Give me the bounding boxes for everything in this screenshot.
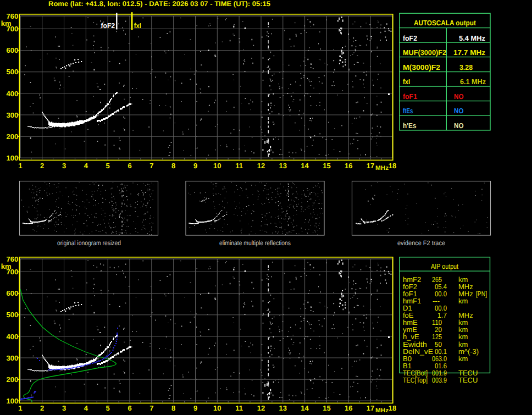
svg-text:NO: NO (454, 107, 464, 115)
svg-text:10: 10 (213, 404, 221, 412)
svg-text:500: 500 (6, 68, 18, 76)
svg-text:10: 10 (213, 162, 221, 170)
svg-text:3: 3 (62, 162, 66, 170)
svg-text:TECU: TECU (458, 376, 478, 384)
svg-text:300: 300 (6, 354, 18, 362)
svg-text:003.9: 003.9 (432, 376, 447, 384)
svg-text:8: 8 (171, 162, 175, 170)
svg-text:6: 6 (128, 162, 131, 170)
svg-text:11: 11 (235, 162, 243, 170)
svg-text:2: 2 (40, 404, 44, 412)
svg-text:h'Es: h'Es (403, 121, 417, 130)
svg-text:7: 7 (149, 404, 153, 412)
svg-text:500: 500 (6, 311, 18, 319)
svg-text:TEC[Top]: TEC[Top] (403, 376, 428, 384)
svg-text:100: 100 (6, 397, 18, 405)
svg-text:18: 18 (389, 162, 396, 170)
svg-text:7: 7 (149, 162, 153, 170)
svg-text:AUTOSCALA output: AUTOSCALA output (414, 19, 476, 27)
svg-text:fxI: fxI (134, 21, 141, 30)
svg-text:600: 600 (6, 289, 18, 297)
svg-text:9: 9 (193, 404, 197, 412)
svg-text:km: km (1, 262, 12, 270)
svg-text:eliminate multiple reflections: eliminate multiple reflections (219, 239, 291, 247)
svg-text:9: 9 (193, 162, 197, 170)
svg-text:NO: NO (454, 121, 464, 130)
svg-text:Rome (lat: +41.8, lon: 012.5): Rome (lat: +41.8, lon: 012.5) - DATE: 20… (48, 0, 270, 8)
svg-text:1: 1 (18, 162, 22, 170)
svg-text:17: 17 (367, 404, 374, 412)
svg-text:200: 200 (6, 375, 18, 384)
svg-text:4: 4 (84, 162, 88, 170)
svg-text:5: 5 (106, 162, 110, 170)
svg-text:100: 100 (6, 154, 18, 162)
svg-text:400: 400 (6, 333, 18, 341)
svg-text:MUF(3000)F2: MUF(3000)F2 (403, 48, 446, 57)
svg-text:400: 400 (6, 90, 18, 98)
svg-text:original ionogram resized: original ionogram resized (57, 239, 121, 247)
svg-text:17.7 MHz: 17.7 MHz (453, 48, 486, 57)
svg-text:13: 13 (279, 162, 287, 170)
svg-text:12: 12 (257, 162, 265, 170)
svg-text:15: 15 (323, 404, 330, 412)
svg-text:17: 17 (367, 162, 374, 170)
svg-text:6.1 MHz: 6.1 MHz (460, 78, 486, 86)
svg-text:km: km (1, 19, 12, 27)
svg-text:5: 5 (106, 404, 110, 412)
svg-text:km: km (458, 355, 468, 363)
svg-text:8: 8 (171, 404, 175, 412)
svg-text:[PN]: [PN] (476, 290, 487, 298)
svg-text:6: 6 (128, 404, 131, 412)
svg-text:ftEs: ftEs (403, 107, 413, 115)
svg-text:5.4 MHz: 5.4 MHz (459, 34, 485, 42)
svg-text:200: 200 (6, 132, 18, 141)
svg-text:300: 300 (6, 111, 18, 119)
svg-text:AIP output: AIP output (431, 262, 458, 270)
svg-text:3.28: 3.28 (459, 63, 473, 71)
svg-text:MHz: MHz (375, 165, 389, 171)
svg-text:4: 4 (84, 404, 88, 412)
svg-text:foF1: foF1 (403, 92, 417, 101)
svg-text:MHz: MHz (375, 407, 389, 414)
svg-text:fxI: fxI (403, 78, 410, 86)
svg-text:13: 13 (279, 404, 287, 412)
svg-text:km: km (458, 297, 468, 305)
svg-text:12: 12 (257, 404, 265, 412)
svg-text:11: 11 (235, 404, 243, 412)
svg-text:14: 14 (301, 162, 309, 170)
svg-text:foF2: foF2 (403, 34, 417, 42)
svg-text:evidence F2 trace: evidence F2 trace (397, 239, 445, 247)
svg-text:foF2: foF2 (101, 21, 115, 30)
svg-text:1: 1 (18, 404, 22, 412)
svg-text:600: 600 (6, 46, 18, 54)
svg-text:16: 16 (345, 404, 352, 412)
svg-text:3: 3 (62, 404, 66, 412)
svg-text:15: 15 (323, 162, 330, 170)
svg-text:16: 16 (345, 162, 352, 170)
svg-text:NO: NO (454, 92, 464, 101)
svg-text:18: 18 (389, 404, 396, 412)
svg-text:M(3000)F2: M(3000)F2 (403, 63, 440, 71)
svg-text:2: 2 (40, 162, 44, 170)
svg-text:14: 14 (301, 404, 309, 412)
